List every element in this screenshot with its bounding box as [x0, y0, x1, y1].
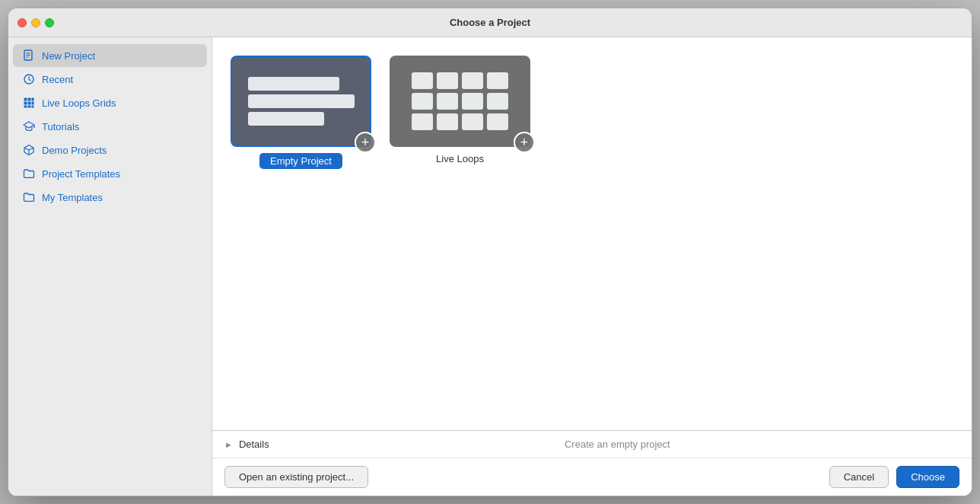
svg-line-19: [29, 148, 33, 150]
main-content: New Project Recent: [8, 37, 972, 496]
window-title: Choose a Project: [450, 17, 530, 28]
svg-rect-14: [28, 106, 31, 108]
live-loops-thumbnail: +: [390, 56, 530, 147]
sidebar-item-demo-projects[interactable]: Demo Projects: [13, 139, 207, 161]
sidebar-item-new-project-label: New Project: [42, 50, 95, 62]
svg-marker-16: [24, 122, 34, 128]
clock-icon: [22, 72, 36, 86]
loop-cell-4: [487, 72, 508, 89]
loop-cell-5: [412, 93, 433, 110]
sidebar-item-tutorials-label: Tutorials: [42, 121, 79, 132]
svg-rect-11: [28, 102, 31, 105]
chevron-right-icon: ►: [224, 440, 233, 449]
empty-project-plus: +: [355, 132, 376, 153]
sidebar: New Project Recent: [8, 37, 212, 496]
live-loops-icon: [401, 62, 519, 141]
minimize-button[interactable]: [31, 18, 40, 27]
sidebar-item-my-templates-label: My Templates: [42, 192, 103, 203]
sidebar-item-demo-projects-label: Demo Projects: [42, 145, 107, 156]
live-loops-plus: +: [514, 132, 535, 153]
svg-rect-12: [32, 102, 34, 105]
project-card-empty[interactable]: + Empty Project: [231, 56, 371, 169]
main-window: Choose a Project New Project: [8, 8, 972, 496]
sidebar-item-project-templates-label: Project Templates: [42, 168, 120, 180]
svg-rect-13: [24, 106, 27, 108]
maximize-button[interactable]: [45, 18, 54, 27]
empty-project-icon: [240, 69, 362, 133]
grid-row-2: [248, 94, 355, 108]
close-button[interactable]: [18, 18, 27, 27]
loop-cell-6: [437, 93, 458, 110]
sidebar-item-recent-label: Recent: [42, 74, 73, 85]
confirm-buttons: Cancel Choose: [829, 466, 959, 488]
doc-icon: [22, 49, 36, 62]
loop-cell-1: [412, 72, 433, 89]
grid-row-3: [248, 112, 324, 126]
sidebar-item-recent[interactable]: Recent: [13, 68, 207, 91]
grid-icon: [22, 96, 36, 110]
empty-project-thumbnail: +: [231, 56, 371, 147]
svg-rect-15: [32, 106, 34, 108]
project-card-live-loops[interactable]: + Live Loops: [390, 56, 530, 164]
loop-cell-2: [437, 72, 458, 89]
cube-icon: [22, 143, 36, 157]
svg-line-6: [29, 80, 31, 81]
details-row: ► Details Create an empty project: [212, 431, 972, 458]
loop-cell-7: [462, 93, 483, 110]
details-description: Create an empty project: [275, 439, 959, 450]
loop-cell-8: [487, 93, 508, 110]
loop-cell-11: [462, 113, 483, 130]
live-loops-label: Live Loops: [436, 153, 484, 164]
folder-icon-my: [22, 190, 36, 204]
sidebar-item-tutorials[interactable]: Tutorials: [13, 115, 207, 138]
svg-rect-9: [32, 98, 34, 101]
svg-rect-7: [24, 98, 27, 101]
project-grid: + Empty Project: [212, 37, 972, 430]
traffic-lights: [18, 18, 54, 27]
bottom-bar: ► Details Create an empty project Open a…: [212, 430, 972, 496]
sidebar-item-my-templates[interactable]: My Templates: [13, 186, 207, 209]
right-panel: + Empty Project: [212, 37, 972, 496]
loop-cell-3: [462, 72, 483, 89]
sidebar-item-new-project[interactable]: New Project: [13, 44, 207, 67]
svg-line-20: [24, 148, 29, 150]
empty-project-label: Empty Project: [259, 153, 342, 169]
titlebar: Choose a Project: [8, 8, 972, 37]
svg-rect-10: [24, 102, 27, 105]
open-existing-button[interactable]: Open an existing project...: [224, 466, 368, 488]
choose-button[interactable]: Choose: [896, 466, 959, 488]
sidebar-item-live-loops-grids[interactable]: Live Loops Grids: [13, 91, 207, 114]
grid-row-1: [248, 77, 339, 91]
folder-icon-templates: [22, 167, 36, 180]
loop-cell-10: [437, 113, 458, 130]
details-label: Details: [239, 439, 269, 450]
loop-cell-12: [487, 113, 508, 130]
sidebar-item-project-templates[interactable]: Project Templates: [13, 162, 207, 185]
loop-cell-9: [412, 113, 433, 130]
buttons-row: Open an existing project... Cancel Choos…: [212, 458, 972, 496]
mortarboard-icon: [22, 120, 36, 133]
svg-rect-8: [28, 98, 31, 101]
sidebar-item-live-loops-grids-label: Live Loops Grids: [42, 97, 116, 109]
cancel-button[interactable]: Cancel: [829, 466, 889, 488]
